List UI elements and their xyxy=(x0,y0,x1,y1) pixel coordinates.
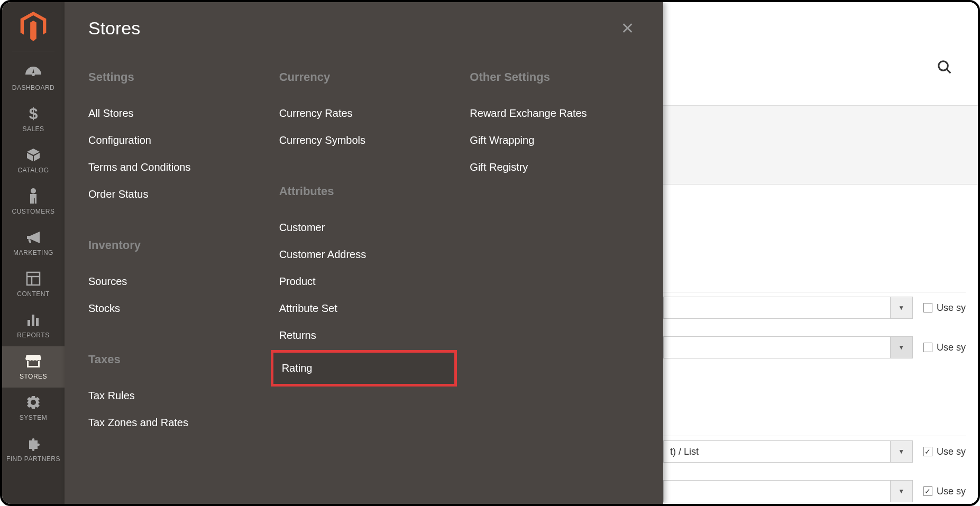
link-gift-wrapping[interactable]: Gift Wrapping xyxy=(470,127,639,154)
select-value: t) / List xyxy=(670,446,699,457)
config-panel-bg xyxy=(663,105,978,185)
sidebar-item-marketing[interactable]: MARKETING xyxy=(2,223,65,264)
config-row-3: t) / List▼ ✓Use sy xyxy=(663,436,966,467)
sidebar-divider xyxy=(12,51,54,51)
dropdown-arrow-icon: ▼ xyxy=(890,441,912,462)
flyout-columns: Settings All Stores Configuration Terms … xyxy=(88,65,639,436)
svg-rect-8 xyxy=(32,315,34,326)
sidebar-item-label: STORES xyxy=(20,373,47,380)
link-tax-zones-rates[interactable]: Tax Zones and Rates xyxy=(88,409,258,436)
link-tax-rules[interactable]: Tax Rules xyxy=(88,382,258,409)
sidebar-item-find-partners[interactable]: FIND PARTNERS xyxy=(2,429,65,465)
config-row-1: ▼ Use sy xyxy=(663,292,966,323)
sidebar-item-label: CATALOG xyxy=(17,167,49,174)
checkbox-icon: ✓ xyxy=(923,486,932,496)
storefront-icon xyxy=(25,352,42,371)
layout-icon xyxy=(26,269,41,288)
svg-point-0 xyxy=(939,61,948,71)
sidebar-item-dashboard[interactable]: DASHBOARD xyxy=(2,58,65,99)
link-order-status[interactable]: Order Status xyxy=(88,181,258,208)
link-customer-address[interactable]: Customer Address xyxy=(279,241,449,268)
checkbox-label: Use sy xyxy=(937,342,966,353)
checkbox-wrap-2[interactable]: Use sy xyxy=(923,342,966,353)
link-currency-symbols[interactable]: Currency Symbols xyxy=(279,127,449,154)
flyout-col-3: Other Settings Reward Exchange Rates Gif… xyxy=(470,65,639,436)
svg-rect-9 xyxy=(36,318,39,326)
sidebar-item-label: CUSTOMERS xyxy=(12,208,55,215)
sidebar-item-catalog[interactable]: CATALOG xyxy=(2,140,65,181)
select-field-1[interactable]: ▼ xyxy=(663,297,913,319)
link-currency-rates[interactable]: Currency Rates xyxy=(279,100,449,127)
link-customer[interactable]: Customer xyxy=(279,214,449,241)
close-icon[interactable]: ✕ xyxy=(616,19,639,38)
puzzle-icon xyxy=(26,434,41,453)
dollar-icon: $ xyxy=(29,104,38,123)
gauge-icon xyxy=(24,63,42,82)
megaphone-icon xyxy=(25,228,42,247)
sidebar-item-label: SALES xyxy=(22,125,44,133)
sidebar-item-label: SYSTEM xyxy=(20,414,47,421)
link-configuration[interactable]: Configuration xyxy=(88,127,258,154)
link-reward-exchange-rates[interactable]: Reward Exchange Rates xyxy=(470,100,639,127)
link-sources[interactable]: Sources xyxy=(88,268,258,295)
checkbox-label: Use sy xyxy=(937,302,966,314)
config-row-2: ▼ Use sy xyxy=(663,332,966,363)
sidebar-item-content[interactable]: CONTENT xyxy=(2,264,65,305)
svg-point-2 xyxy=(32,73,35,76)
select-field-3[interactable]: t) / List▼ xyxy=(663,440,913,463)
link-rating[interactable]: Rating xyxy=(271,350,457,387)
sidebar-item-customers[interactable]: CUSTOMERS xyxy=(2,181,65,223)
checkbox-label: Use sy xyxy=(937,446,966,457)
sidebar-item-system[interactable]: SYSTEM xyxy=(2,388,65,429)
sidebar-item-sales[interactable]: $ SALES xyxy=(2,99,65,140)
svg-rect-7 xyxy=(28,320,30,326)
sidebar-item-label: MARKETING xyxy=(13,249,53,256)
main-content-bg xyxy=(663,2,978,504)
flyout-title: Stores xyxy=(88,18,140,39)
person-icon xyxy=(28,187,39,206)
sidebar-item-stores[interactable]: STORES xyxy=(2,346,65,388)
checkbox-icon xyxy=(923,303,932,312)
section-title-other: Other Settings xyxy=(470,70,639,84)
sidebar-item-label: DASHBOARD xyxy=(12,84,55,91)
sidebar-item-label: REPORTS xyxy=(17,332,49,339)
checkbox-wrap-4[interactable]: ✓Use sy xyxy=(923,486,966,497)
dropdown-arrow-icon: ▼ xyxy=(890,297,912,318)
flyout-header: Stores ✕ xyxy=(88,18,639,39)
select-field-4[interactable]: ▼ xyxy=(663,480,913,502)
app-frame: ▼ Use sy ▼ Use sy t) / List▼ ✓Use sy ▼ ✓… xyxy=(0,0,980,506)
checkbox-wrap-3[interactable]: ✓Use sy xyxy=(923,446,966,457)
checkbox-label: Use sy xyxy=(937,486,966,497)
link-returns[interactable]: Returns xyxy=(279,322,449,349)
sidebar-item-reports[interactable]: REPORTS xyxy=(2,305,65,346)
svg-rect-4 xyxy=(27,272,40,285)
link-terms-conditions[interactable]: Terms and Conditions xyxy=(88,154,258,181)
box-icon xyxy=(25,145,41,164)
select-field-2[interactable]: ▼ xyxy=(663,336,913,358)
section-title-taxes: Taxes xyxy=(88,353,258,366)
svg-line-1 xyxy=(947,69,951,73)
gear-icon xyxy=(26,393,41,412)
checkbox-wrap-1[interactable]: Use sy xyxy=(923,302,966,314)
checkbox-icon: ✓ xyxy=(923,447,932,456)
link-stocks[interactable]: Stocks xyxy=(88,295,258,322)
sidebar-item-label: CONTENT xyxy=(17,290,50,298)
dropdown-arrow-icon: ▼ xyxy=(890,337,912,358)
flyout-col-1: Settings All Stores Configuration Terms … xyxy=(88,65,258,436)
bars-icon xyxy=(26,310,41,329)
link-product[interactable]: Product xyxy=(279,268,449,295)
search-icon[interactable] xyxy=(937,59,952,79)
section-title-attributes: Attributes xyxy=(279,185,449,198)
section-title-settings: Settings xyxy=(88,70,258,84)
checkbox-icon xyxy=(923,343,932,352)
svg-point-3 xyxy=(31,188,36,194)
link-gift-registry[interactable]: Gift Registry xyxy=(470,154,639,181)
flyout-col-2: Currency Currency Rates Currency Symbols… xyxy=(279,65,449,436)
link-attribute-set[interactable]: Attribute Set xyxy=(279,295,449,322)
magento-logo[interactable] xyxy=(20,12,47,41)
link-all-stores[interactable]: All Stores xyxy=(88,100,258,127)
dropdown-arrow-icon: ▼ xyxy=(890,481,912,502)
stores-flyout: Stores ✕ Settings All Stores Configurati… xyxy=(65,2,663,504)
section-title-currency: Currency xyxy=(279,70,449,84)
config-row-4: ▼ ✓Use sy xyxy=(663,476,966,506)
